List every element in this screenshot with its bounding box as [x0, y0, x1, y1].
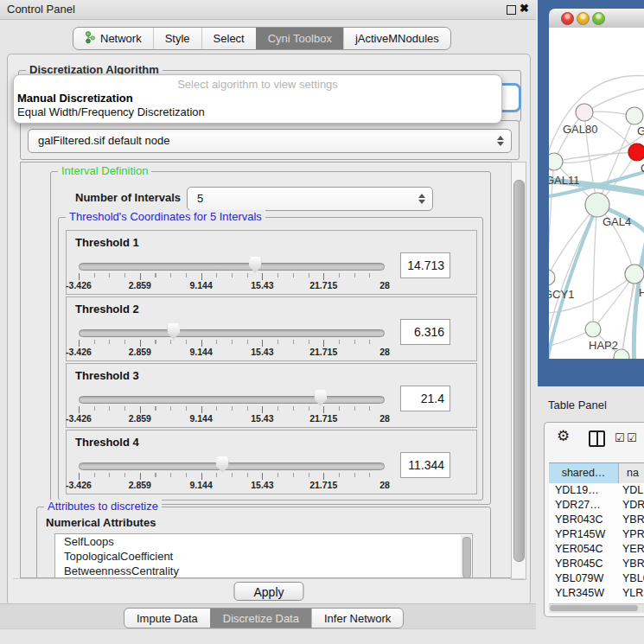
- option-equal-width-frequency[interactable]: Equal Width/Frequency Discretization: [17, 105, 205, 118]
- tab-network[interactable]: Network: [73, 28, 153, 49]
- slider-tick-labels: -3.4262.8599.14415.4321.71528: [79, 480, 385, 491]
- numerical-attribute-item[interactable]: TopologicalCoefficient: [55, 549, 472, 564]
- slider-tick-label: 28: [379, 480, 390, 490]
- table-row[interactable]: YPR145WYPR1: [549, 527, 644, 542]
- tab-jactivemnodules[interactable]: jActiveMNodules: [343, 28, 450, 49]
- network-node-label: GCY1: [549, 288, 574, 301]
- tab-style[interactable]: Style: [153, 28, 201, 49]
- network-node[interactable]: [549, 270, 555, 285]
- table-row[interactable]: YLR345WYLR3: [549, 586, 644, 601]
- threshold-panel: Threshold 3 -3.4262.8599.14415.4321.7152…: [66, 363, 477, 428]
- table-cell[interactable]: YLR3: [619, 586, 644, 601]
- slider-thumb[interactable]: [167, 323, 180, 340]
- slider-thumb[interactable]: [314, 390, 327, 406]
- list-scrollbar[interactable]: [461, 535, 471, 578]
- numerical-attributes-list[interactable]: SelfLoopsTopologicalCoefficientBetweenne…: [54, 533, 473, 578]
- threshold-value-input[interactable]: 21.4: [400, 386, 450, 411]
- tab-cyni-toolbox[interactable]: Cyni Toolbox: [256, 28, 343, 49]
- threshold-value-input[interactable]: 14.713: [400, 252, 450, 278]
- checkbox-icon[interactable]: ☑: [627, 431, 637, 444]
- apply-button[interactable]: Apply: [233, 582, 303, 601]
- viewport-scrollbar-thumb[interactable]: [513, 180, 525, 562]
- slider-tick-label: 28: [379, 280, 390, 290]
- tab-discretize-data[interactable]: Discretize Data: [210, 609, 311, 628]
- option-manual-discretization[interactable]: Manual Discretization: [17, 92, 133, 105]
- table-cell[interactable]: YBR043C: [549, 513, 619, 527]
- network-node[interactable]: [628, 143, 644, 161]
- tab-impute-data[interactable]: Impute Data: [124, 609, 210, 628]
- slider-track[interactable]: [79, 396, 385, 404]
- column-header-shared[interactable]: shared…: [549, 463, 619, 483]
- table-cell[interactable]: YPR145W: [549, 527, 619, 542]
- table-cell[interactable]: YDR27…: [549, 498, 619, 513]
- network-canvas[interactable]: GAL80GACGAL11GAL4GCY1HHAP2: [549, 28, 644, 359]
- table-cell[interactable]: YER054C: [549, 542, 619, 557]
- table-cell[interactable]: YDR2: [619, 498, 644, 513]
- viewport-scrollbar[interactable]: [511, 162, 526, 580]
- slider-track[interactable]: [79, 263, 385, 271]
- table-horizontal-scrollbar[interactable]: [549, 603, 644, 613]
- slider-tick-label: -3.426: [66, 480, 92, 490]
- table-cell[interactable]: YDL1: [619, 483, 644, 498]
- tab-infer-network[interactable]: Infer Network: [311, 609, 403, 628]
- network-node[interactable]: [625, 265, 644, 284]
- column-header-name[interactable]: na: [619, 463, 644, 483]
- network-node[interactable]: [626, 107, 643, 124]
- table-row[interactable]: YBR045CYBR0: [549, 557, 644, 571]
- table-cell[interactable]: YBR0: [619, 557, 644, 571]
- threshold-slider[interactable]: -3.4262.8599.14415.4321.71528: [79, 257, 385, 291]
- numerical-attribute-item[interactable]: SelfLoops: [55, 534, 472, 549]
- minimize-window-button[interactable]: [577, 12, 590, 25]
- threshold-slider[interactable]: -3.4262.8599.14415.4321.71528: [79, 323, 385, 358]
- table-row[interactable]: YBL079WYBL0: [549, 571, 644, 586]
- slider-tick-label: 15.43: [251, 280, 273, 290]
- threshold-value-input[interactable]: 11.344: [400, 452, 450, 478]
- slider-tick-label: 15.43: [251, 413, 273, 424]
- table-cell[interactable]: YDL19…: [549, 483, 619, 498]
- numerical-attribute-item[interactable]: BetweennessCentrality: [55, 564, 472, 578]
- table-cell[interactable]: YER0: [619, 542, 644, 557]
- control-panel-titlebar: Control Panel ✖: [0, 0, 536, 20]
- slider-thumb[interactable]: [216, 456, 229, 473]
- threshold-value-input[interactable]: 6.316: [400, 319, 450, 345]
- table-cell[interactable]: YBR045C: [549, 557, 619, 571]
- table-horizontal-scrollbar-thumb[interactable]: [550, 605, 638, 611]
- slider-thumb[interactable]: [249, 257, 262, 273]
- threshold-slider[interactable]: -3.4262.8599.14415.4321.71528: [79, 390, 385, 424]
- table-row[interactable]: YBR043CYBR0: [549, 513, 644, 527]
- threshold-slider[interactable]: -3.4262.8599.14415.4321.71528: [79, 456, 385, 491]
- network-node[interactable]: [585, 193, 609, 217]
- network-window-titlebar[interactable]: [549, 9, 644, 29]
- numerical-attributes-label: Numerical Attributes: [46, 516, 156, 529]
- network-node[interactable]: [549, 153, 563, 170]
- close-window-button[interactable]: [561, 12, 574, 25]
- table-data-combobox[interactable]: galFiltered.sif default node: [28, 129, 512, 153]
- close-icon[interactable]: ✖: [520, 2, 529, 15]
- columns-icon[interactable]: [589, 430, 605, 447]
- table-row[interactable]: YDL19…YDL1: [549, 483, 644, 498]
- number-of-intervals-combobox[interactable]: 5: [187, 187, 433, 211]
- slider-track[interactable]: [79, 329, 385, 337]
- threshold-panel: Threshold 2 -3.4262.8599.14415.4321.7152…: [66, 296, 477, 361]
- table-cell[interactable]: YBR0: [619, 513, 644, 527]
- zoom-window-button[interactable]: [592, 12, 605, 25]
- table-row[interactable]: YER054CYER0: [549, 542, 644, 557]
- table-cell[interactable]: YBL0: [619, 571, 644, 586]
- tab-cyni-toolbox-label: Cyni Toolbox: [268, 32, 332, 45]
- tab-select[interactable]: Select: [201, 28, 256, 49]
- float-window-icon[interactable]: [507, 5, 516, 15]
- network-node[interactable]: [585, 322, 601, 337]
- table-cell[interactable]: YBL079W: [549, 571, 619, 586]
- network-node[interactable]: [576, 104, 593, 121]
- list-scrollbar-thumb[interactable]: [462, 537, 471, 578]
- table-cell[interactable]: YPR1: [619, 527, 644, 542]
- checkbox-icon[interactable]: ☑: [615, 431, 625, 444]
- algorithm-placeholder: Select algorithm to view settings: [14, 78, 501, 91]
- gear-icon[interactable]: ⚙: [557, 427, 570, 445]
- table-row[interactable]: YDR27…YDR2: [549, 498, 644, 513]
- table-cell[interactable]: YLR345W: [549, 586, 619, 601]
- slider-track[interactable]: [79, 462, 385, 470]
- tab-select-label: Select: [214, 32, 245, 45]
- slider-tick-label: 2.859: [129, 413, 151, 424]
- slider-tick-label: 21.715: [309, 413, 337, 424]
